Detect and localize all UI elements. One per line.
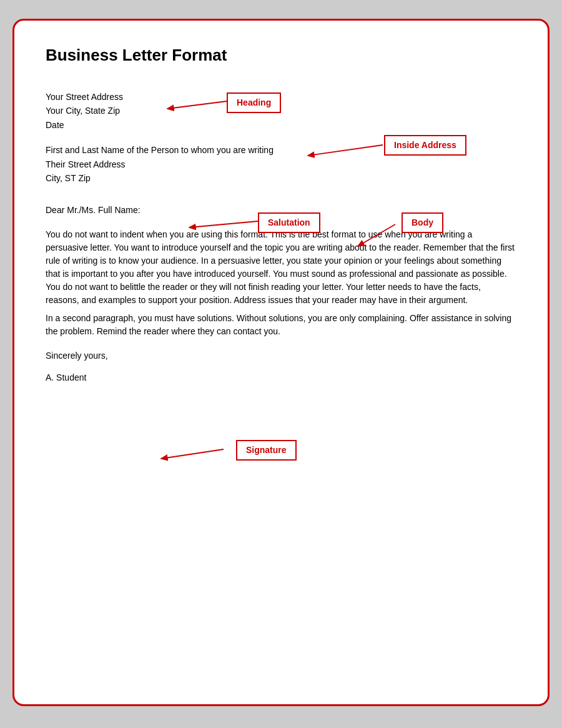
heading-line3: Date	[46, 118, 516, 132]
page-title: Business Letter Format	[46, 46, 516, 65]
body-paragraph-1: You do not want to indent when you are u…	[46, 228, 516, 307]
salutation-label: Salutation	[258, 212, 320, 233]
closing-text: Sincerely yours,	[46, 349, 516, 362]
closing-block: Sincerely yours,	[46, 349, 516, 362]
heading-label: Heading	[227, 92, 281, 113]
body-label: Body	[402, 212, 443, 233]
svg-line-5	[161, 449, 224, 459]
svg-line-3	[189, 221, 258, 227]
inside-address-label: Inside Address	[384, 135, 466, 156]
body-block: You do not want to indent when you are u…	[46, 228, 516, 338]
inside-address-line3: City, ST Zip	[46, 171, 516, 185]
signature-label: Signature	[236, 440, 297, 461]
inside-address-line2: Their Street Address	[46, 157, 516, 171]
letter-content: Heading Inside Address Salutation Body S…	[46, 90, 516, 384]
signature-text: A. Student	[46, 371, 516, 384]
body-paragraph-2: In a second paragraph, you must have sol…	[46, 312, 516, 338]
page: Business Letter Format Heading	[12, 19, 550, 706]
signature-block: A. Student	[46, 371, 516, 384]
